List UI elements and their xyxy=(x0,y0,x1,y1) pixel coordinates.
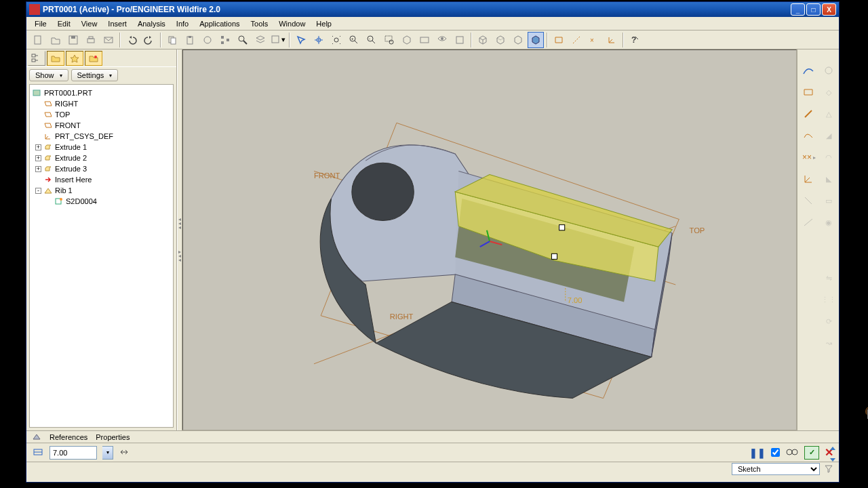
tree-extrude3[interactable]: Extrude 3 xyxy=(55,165,87,173)
menu-analysis[interactable]: Analysis xyxy=(132,18,171,29)
dimension-value[interactable]: 7.00 xyxy=(568,296,583,304)
no-hidden-button[interactable] xyxy=(510,32,526,48)
menu-tools[interactable]: Tools xyxy=(245,18,274,29)
tree-extrude2[interactable]: Extrude 2 xyxy=(55,154,87,162)
menu-applications[interactable]: Applications xyxy=(194,18,245,29)
tree-root[interactable]: PRT0001.PRT xyxy=(44,89,92,97)
references-tab[interactable]: References xyxy=(50,433,87,441)
layers-button[interactable] xyxy=(252,32,269,48)
zoom-area-button[interactable] xyxy=(381,32,397,48)
refit-button[interactable] xyxy=(328,32,344,48)
flip-icon[interactable] xyxy=(119,447,130,459)
copy-button[interactable] xyxy=(164,32,180,48)
menu-edit[interactable]: Edit xyxy=(52,18,76,29)
collapse-icon[interactable]: - xyxy=(35,188,41,194)
folder-tab[interactable] xyxy=(47,51,64,66)
tree-front[interactable]: FRONT xyxy=(55,121,81,129)
display-dropdown[interactable]: ▾ xyxy=(270,32,286,48)
hidden-line-button[interactable] xyxy=(492,32,509,48)
tree-top[interactable]: TOP xyxy=(55,110,70,119)
help-button[interactable]: ? xyxy=(627,32,643,48)
menu-file[interactable]: File xyxy=(29,18,52,29)
sketch-analysis-icon[interactable] xyxy=(801,193,816,208)
regenerate-button[interactable] xyxy=(199,32,216,48)
sketch-style-icon[interactable] xyxy=(801,215,816,230)
new-button[interactable] xyxy=(30,32,46,48)
tree-insert[interactable]: Insert Here xyxy=(55,176,92,184)
graphics-area[interactable]: FRONT TOP RIGHT PRT_CSYS_DEF xyxy=(182,49,797,430)
extrude-icon[interactable]: ▭ xyxy=(821,193,836,208)
thickness-input[interactable] xyxy=(50,446,97,460)
search-button[interactable] xyxy=(235,32,251,48)
menu-info[interactable]: Info xyxy=(171,18,194,29)
sweep-icon[interactable]: ⟳ xyxy=(821,314,836,329)
zoom-in-button[interactable]: + xyxy=(346,32,362,48)
selection-button[interactable] xyxy=(293,32,309,48)
shading-button[interactable] xyxy=(528,32,544,48)
model-view[interactable]: FRONT TOP RIGHT PRT_CSYS_DEF xyxy=(183,50,796,430)
filter-icon[interactable] xyxy=(824,464,833,474)
tree-sketch[interactable]: S2D0004 xyxy=(66,197,97,205)
datum-point-button[interactable]: × xyxy=(586,32,602,48)
print-button[interactable] xyxy=(83,32,99,48)
spin-center-button[interactable] xyxy=(311,32,327,48)
selection-filter[interactable]: Sketch xyxy=(732,463,820,475)
preview-checkbox[interactable] xyxy=(771,448,780,457)
model-tree-button[interactable] xyxy=(217,32,233,48)
undo-button[interactable] xyxy=(123,32,140,48)
ok-button[interactable]: ✓ xyxy=(804,446,819,460)
datum-plane-button[interactable] xyxy=(551,32,567,48)
open-button[interactable] xyxy=(47,32,64,48)
expand-icon[interactable]: + xyxy=(35,144,41,150)
datum-csys-button[interactable] xyxy=(604,32,620,48)
sketch-plane-icon[interactable] xyxy=(801,85,816,100)
saved-view-button[interactable] xyxy=(416,32,433,48)
pause-button[interactable]: ❚❚ xyxy=(749,447,766,458)
blend-icon[interactable]: ↝ xyxy=(821,336,836,350)
settings-dropdown[interactable]: Settings xyxy=(71,69,119,81)
sketch-csys-icon[interactable] xyxy=(801,171,816,186)
email-button[interactable] xyxy=(100,32,117,48)
favorites-tab[interactable] xyxy=(66,51,83,66)
minimize-button[interactable]: _ xyxy=(791,3,805,16)
draft-icon[interactable]: ◢ xyxy=(821,128,836,143)
redo-button[interactable] xyxy=(141,32,157,48)
connections-tab[interactable] xyxy=(85,51,102,66)
wireframe-button[interactable] xyxy=(475,32,491,48)
tree-right[interactable]: RIGHT xyxy=(55,100,78,108)
hole-icon[interactable] xyxy=(821,63,836,78)
splitter[interactable]: ◂◂◂▸◂◂ xyxy=(177,49,182,430)
thickness-dropdown[interactable]: ▾ xyxy=(102,446,113,460)
scrollbar-icon[interactable] xyxy=(828,444,837,464)
expand-icon[interactable]: + xyxy=(35,155,41,161)
close-button[interactable]: X xyxy=(822,3,836,16)
revolve-icon[interactable]: ◉ xyxy=(821,215,836,230)
paste-button[interactable] xyxy=(182,32,198,48)
zoom-out-button[interactable]: - xyxy=(363,32,380,48)
orient-button[interactable] xyxy=(399,32,415,48)
model-tree[interactable]: PRT0001.PRT RIGHT TOP FRONT PRT_CSYS_DEF… xyxy=(29,84,174,428)
expand-icon[interactable]: + xyxy=(35,166,41,172)
tree-csys[interactable]: PRT_CSYS_DEF xyxy=(55,132,113,140)
menu-insert[interactable]: Insert xyxy=(102,18,132,29)
save-button[interactable] xyxy=(65,32,81,48)
tree-extrude1[interactable]: Extrude 1 xyxy=(55,143,87,151)
view-manager-button[interactable] xyxy=(434,32,450,48)
chamfer-icon[interactable]: ◣ xyxy=(821,171,836,186)
datum-axis-button[interactable] xyxy=(568,32,585,48)
shell-icon[interactable]: ◇ xyxy=(821,85,836,100)
sketch-axis-icon[interactable] xyxy=(801,106,816,121)
mirror-icon[interactable]: ⇋ xyxy=(821,270,836,285)
round-icon[interactable]: ◠ xyxy=(821,150,836,165)
show-dropdown[interactable]: Show xyxy=(29,69,68,81)
tree-rib[interactable]: Rib 1 xyxy=(55,186,73,195)
properties-tab[interactable]: Properties xyxy=(96,433,130,441)
pattern-icon[interactable]: ⋮⋮ xyxy=(821,292,836,307)
model-tree-tab[interactable] xyxy=(28,51,45,66)
menu-window[interactable]: Window xyxy=(273,18,311,29)
sketch-line-icon[interactable] xyxy=(801,63,816,78)
glasses-icon[interactable] xyxy=(785,447,799,458)
maximize-button[interactable]: □ xyxy=(806,3,821,16)
rib-icon[interactable]: △ xyxy=(821,106,836,121)
appearance-button[interactable] xyxy=(452,32,468,48)
